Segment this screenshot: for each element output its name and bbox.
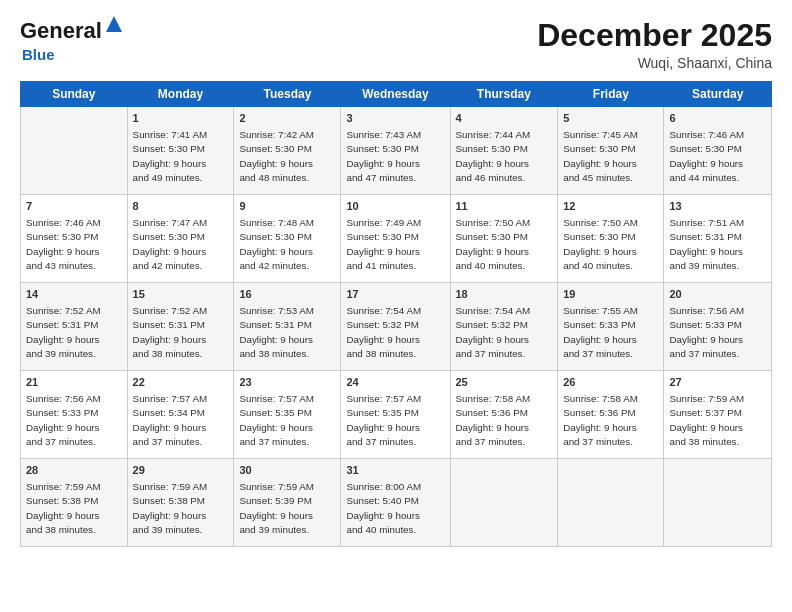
sunrise: Sunrise: 7:56 AM: [669, 304, 766, 318]
calendar-cell: 12Sunrise: 7:50 AMSunset: 5:30 PMDayligh…: [558, 195, 664, 283]
sunrise: Sunrise: 7:54 AM: [456, 304, 553, 318]
day-number: 16: [239, 287, 335, 303]
day-info: Sunrise: 7:49 AMSunset: 5:30 PMDaylight:…: [346, 216, 444, 273]
daylight-minutes: and 42 minutes.: [239, 259, 335, 273]
sunset: Sunset: 5:31 PM: [239, 318, 335, 332]
sunrise: Sunrise: 7:58 AM: [563, 392, 658, 406]
day-info: Sunrise: 7:50 AMSunset: 5:30 PMDaylight:…: [563, 216, 658, 273]
calendar-cell: 14Sunrise: 7:52 AMSunset: 5:31 PMDayligh…: [21, 283, 128, 371]
day-info: Sunrise: 7:48 AMSunset: 5:30 PMDaylight:…: [239, 216, 335, 273]
day-number: 12: [563, 199, 658, 215]
daylight-minutes: and 39 minutes.: [26, 347, 122, 361]
daylight-minutes: and 40 minutes.: [563, 259, 658, 273]
calendar-cell: 20Sunrise: 7:56 AMSunset: 5:33 PMDayligh…: [664, 283, 772, 371]
calendar-cell: 30Sunrise: 7:59 AMSunset: 5:39 PMDayligh…: [234, 459, 341, 547]
day-info: Sunrise: 7:56 AMSunset: 5:33 PMDaylight:…: [669, 304, 766, 361]
daylight-hours: Daylight: 9 hours: [26, 421, 122, 435]
sunrise: Sunrise: 7:59 AM: [669, 392, 766, 406]
day-number: 24: [346, 375, 444, 391]
calendar-cell: 1Sunrise: 7:41 AMSunset: 5:30 PMDaylight…: [127, 107, 234, 195]
sunrise: Sunrise: 7:57 AM: [239, 392, 335, 406]
calendar-cell: 15Sunrise: 7:52 AMSunset: 5:31 PMDayligh…: [127, 283, 234, 371]
sunset: Sunset: 5:30 PM: [239, 142, 335, 156]
day-number: 31: [346, 463, 444, 479]
weekday-header: Monday: [127, 82, 234, 107]
calendar-cell: 10Sunrise: 7:49 AMSunset: 5:30 PMDayligh…: [341, 195, 450, 283]
day-number: 15: [133, 287, 229, 303]
calendar-cell: [558, 459, 664, 547]
daylight-hours: Daylight: 9 hours: [239, 421, 335, 435]
day-number: 26: [563, 375, 658, 391]
calendar-week-row: 21Sunrise: 7:56 AMSunset: 5:33 PMDayligh…: [21, 371, 772, 459]
calendar-cell: 4Sunrise: 7:44 AMSunset: 5:30 PMDaylight…: [450, 107, 558, 195]
day-number: 22: [133, 375, 229, 391]
daylight-hours: Daylight: 9 hours: [456, 245, 553, 259]
daylight-hours: Daylight: 9 hours: [563, 333, 658, 347]
daylight-hours: Daylight: 9 hours: [346, 421, 444, 435]
daylight-hours: Daylight: 9 hours: [346, 245, 444, 259]
sunset: Sunset: 5:34 PM: [133, 406, 229, 420]
daylight-minutes: and 42 minutes.: [133, 259, 229, 273]
calendar-cell: 13Sunrise: 7:51 AMSunset: 5:31 PMDayligh…: [664, 195, 772, 283]
sunset: Sunset: 5:30 PM: [669, 142, 766, 156]
day-info: Sunrise: 7:59 AMSunset: 5:37 PMDaylight:…: [669, 392, 766, 449]
daylight-minutes: and 37 minutes.: [563, 435, 658, 449]
sunrise: Sunrise: 7:43 AM: [346, 128, 444, 142]
daylight-minutes: and 38 minutes.: [26, 523, 122, 537]
calendar-week-row: 1Sunrise: 7:41 AMSunset: 5:30 PMDaylight…: [21, 107, 772, 195]
day-info: Sunrise: 7:55 AMSunset: 5:33 PMDaylight:…: [563, 304, 658, 361]
day-info: Sunrise: 7:52 AMSunset: 5:31 PMDaylight:…: [26, 304, 122, 361]
daylight-hours: Daylight: 9 hours: [669, 157, 766, 171]
daylight-hours: Daylight: 9 hours: [456, 157, 553, 171]
sunset: Sunset: 5:40 PM: [346, 494, 444, 508]
calendar-week-row: 28Sunrise: 7:59 AMSunset: 5:38 PMDayligh…: [21, 459, 772, 547]
calendar-cell: [664, 459, 772, 547]
daylight-minutes: and 48 minutes.: [239, 171, 335, 185]
daylight-hours: Daylight: 9 hours: [239, 157, 335, 171]
sunrise: Sunrise: 7:46 AM: [669, 128, 766, 142]
daylight-minutes: and 49 minutes.: [133, 171, 229, 185]
sunset: Sunset: 5:30 PM: [456, 142, 553, 156]
sunset: Sunset: 5:33 PM: [563, 318, 658, 332]
daylight-hours: Daylight: 9 hours: [563, 245, 658, 259]
day-number: 13: [669, 199, 766, 215]
daylight-hours: Daylight: 9 hours: [346, 157, 444, 171]
day-info: Sunrise: 7:57 AMSunset: 5:35 PMDaylight:…: [346, 392, 444, 449]
daylight-hours: Daylight: 9 hours: [346, 333, 444, 347]
sunrise: Sunrise: 7:57 AM: [346, 392, 444, 406]
day-number: 21: [26, 375, 122, 391]
day-info: Sunrise: 7:46 AMSunset: 5:30 PMDaylight:…: [26, 216, 122, 273]
sunset: Sunset: 5:35 PM: [346, 406, 444, 420]
sunset: Sunset: 5:31 PM: [669, 230, 766, 244]
day-number: 20: [669, 287, 766, 303]
sunset: Sunset: 5:33 PM: [26, 406, 122, 420]
day-info: Sunrise: 7:45 AMSunset: 5:30 PMDaylight:…: [563, 128, 658, 185]
calendar-week-row: 14Sunrise: 7:52 AMSunset: 5:31 PMDayligh…: [21, 283, 772, 371]
sunrise: Sunrise: 7:50 AM: [563, 216, 658, 230]
sunset: Sunset: 5:30 PM: [563, 142, 658, 156]
month-title: December 2025: [537, 18, 772, 53]
weekday-header-row: SundayMondayTuesdayWednesdayThursdayFrid…: [21, 82, 772, 107]
day-number: 5: [563, 111, 658, 127]
day-info: Sunrise: 7:50 AMSunset: 5:30 PMDaylight:…: [456, 216, 553, 273]
calendar-cell: 2Sunrise: 7:42 AMSunset: 5:30 PMDaylight…: [234, 107, 341, 195]
day-number: 30: [239, 463, 335, 479]
sunrise: Sunrise: 7:45 AM: [563, 128, 658, 142]
day-number: 18: [456, 287, 553, 303]
sunrise: Sunrise: 7:58 AM: [456, 392, 553, 406]
sunrise: Sunrise: 7:52 AM: [26, 304, 122, 318]
calendar-cell: 26Sunrise: 7:58 AMSunset: 5:36 PMDayligh…: [558, 371, 664, 459]
daylight-minutes: and 37 minutes.: [669, 347, 766, 361]
day-info: Sunrise: 7:53 AMSunset: 5:31 PMDaylight:…: [239, 304, 335, 361]
calendar-cell: [450, 459, 558, 547]
calendar-cell: 11Sunrise: 7:50 AMSunset: 5:30 PMDayligh…: [450, 195, 558, 283]
weekday-header: Saturday: [664, 82, 772, 107]
calendar-cell: 28Sunrise: 7:59 AMSunset: 5:38 PMDayligh…: [21, 459, 128, 547]
day-number: 9: [239, 199, 335, 215]
daylight-minutes: and 38 minutes.: [669, 435, 766, 449]
weekday-header: Wednesday: [341, 82, 450, 107]
calendar-cell: 22Sunrise: 7:57 AMSunset: 5:34 PMDayligh…: [127, 371, 234, 459]
calendar-cell: 24Sunrise: 7:57 AMSunset: 5:35 PMDayligh…: [341, 371, 450, 459]
day-info: Sunrise: 7:54 AMSunset: 5:32 PMDaylight:…: [456, 304, 553, 361]
day-number: 8: [133, 199, 229, 215]
